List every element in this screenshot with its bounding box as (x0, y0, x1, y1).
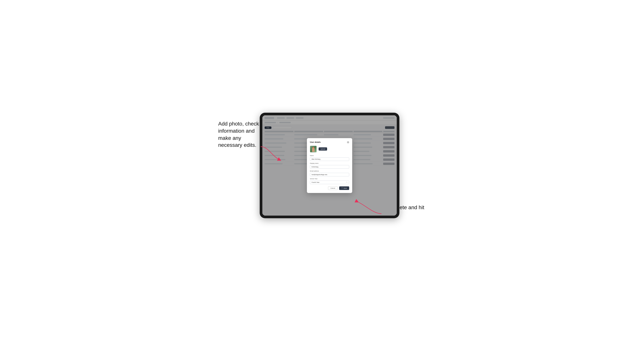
display-name-input[interactable] (310, 165, 349, 169)
save-button[interactable]: ⤒ Save (339, 186, 349, 190)
avatar (310, 146, 317, 153)
arrow-right (355, 199, 385, 218)
close-button[interactable]: × (347, 141, 349, 143)
save-label: Save (344, 187, 347, 189)
email-input[interactable] (310, 173, 349, 176)
display-name-label: Display name (310, 163, 349, 164)
select-icons: × ⌄ (346, 181, 348, 183)
display-name-field-group: Display name (310, 163, 349, 169)
school-year-field-group: School Year First Year Second Year Third… (310, 178, 349, 184)
upload-button[interactable]: Upload (318, 147, 327, 151)
email-field-group: Email address (310, 170, 349, 176)
user-details-modal: User details × Upload (307, 138, 352, 193)
email-label: Email address (310, 170, 349, 172)
chevron-down-icon: ⌄ (347, 181, 348, 183)
school-year-select-wrapper: First Year Second Year Third Year Fourth… (310, 180, 349, 184)
school-year-label: School Year (310, 178, 349, 179)
cancel-button[interactable]: Cancel (328, 186, 338, 190)
name-input[interactable] (310, 157, 349, 161)
save-icon: ⤒ (342, 187, 343, 189)
school-year-select[interactable]: First Year Second Year Third Year Fourth… (310, 180, 349, 184)
modal-actions: Cancel ⤒ Save (310, 186, 349, 190)
avatar-body (312, 148, 315, 152)
photo-section: Upload (310, 146, 349, 153)
name-label: Name (310, 155, 349, 157)
select-clear-icon[interactable]: × (346, 181, 347, 183)
annotation-left: Add photo, check information and make an… (218, 120, 264, 149)
arrow-left (257, 145, 287, 168)
modal-title-bar: User details × (310, 141, 349, 143)
modal-title: User details (310, 141, 321, 143)
name-field-group: Name (310, 155, 349, 161)
